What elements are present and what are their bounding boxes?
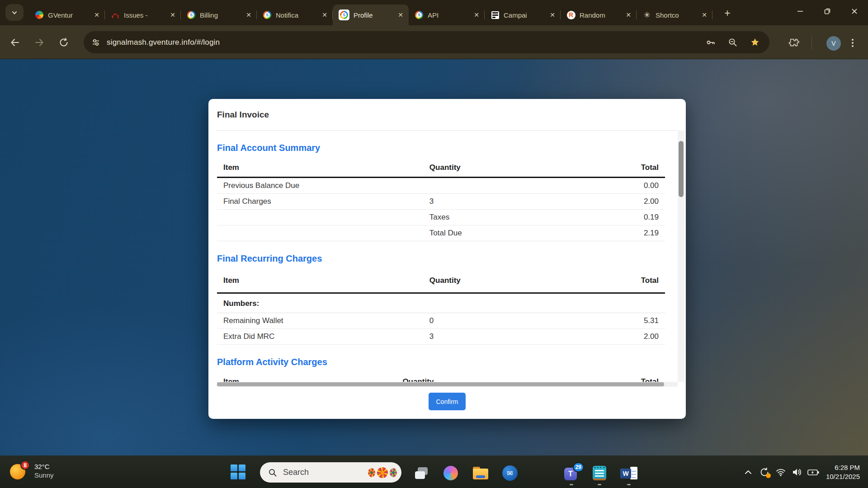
tray-overflow-button[interactable] <box>740 464 756 480</box>
sun-icon: 8 <box>10 461 29 480</box>
tab-billing[interactable]: S Billing ✕ <box>181 5 257 25</box>
tab-shortcut[interactable]: ✳ Shortco ✕ <box>637 5 712 25</box>
word-button[interactable]: W <box>618 464 640 482</box>
tab-random[interactable]: R Random ✕ <box>561 5 637 25</box>
signalmash-favicon-icon: S <box>263 10 272 19</box>
minimize-button[interactable] <box>787 0 814 23</box>
invoice-section: Platform Activity ChargesItemQuantityTot… <box>217 357 665 382</box>
tab-notifications[interactable]: S Notifica ✕ <box>257 5 333 25</box>
globe-favicon-icon <box>35 10 44 19</box>
tray-date: 10/21/2025 <box>826 472 860 481</box>
tab-label: GVentur <box>48 11 89 19</box>
site-settings-icon[interactable] <box>91 38 101 47</box>
address-bar-actions <box>705 37 760 48</box>
table-cell: 2.19 <box>589 225 665 241</box>
teams-button[interactable]: T 29 <box>561 464 582 482</box>
horizontal-scrollbar-thumb[interactable] <box>217 382 664 386</box>
running-indicator <box>598 484 601 485</box>
zoom-out-icon[interactable] <box>727 37 738 48</box>
table-cell: 2.00 <box>589 194 665 210</box>
forward-button[interactable] <box>34 37 45 48</box>
tab-label: API <box>428 11 469 19</box>
browser-menu-icon[interactable] <box>847 38 858 48</box>
search-icon <box>268 468 277 477</box>
invoice-scroll-area[interactable]: Final Account SummaryItemQuantityTotalPr… <box>217 131 670 382</box>
tab-close-icon[interactable]: ✕ <box>321 11 328 19</box>
wifi-button[interactable] <box>773 464 789 480</box>
tab-issues[interactable]: Issues - ✕ <box>105 5 181 25</box>
restore-icon <box>822 6 832 16</box>
toolbar-separator <box>811 35 812 50</box>
tab-label: Profile <box>354 11 393 19</box>
vertical-scrollbar-thumb[interactable] <box>679 141 684 197</box>
thunderbird-button[interactable]: ✉ <box>499 464 521 482</box>
table-cell: 0.00 <box>589 178 665 194</box>
r-circle-favicon-icon: R <box>566 10 576 19</box>
back-button[interactable] <box>9 37 20 48</box>
tab-close-icon[interactable]: ✕ <box>701 11 708 19</box>
volume-button[interactable] <box>789 464 805 480</box>
tab-close-icon[interactable]: ✕ <box>169 11 176 19</box>
notepad-button[interactable] <box>589 464 610 482</box>
reload-button[interactable] <box>58 37 69 48</box>
start-button[interactable] <box>231 465 246 480</box>
tab-list: GVentur ✕ Issues - ✕ S Billing ✕ S Notif… <box>29 5 712 25</box>
table-row: Final Charges32.00 <box>217 194 665 210</box>
tab-close-icon[interactable]: ✕ <box>397 11 404 19</box>
weather-temp: 32°C <box>34 462 54 471</box>
confirm-button[interactable]: Confirm <box>429 393 466 410</box>
column-header: Item <box>217 373 396 382</box>
screen: GVentur ✕ Issues - ✕ S Billing ✕ S Notif… <box>0 0 868 488</box>
table-cell <box>423 293 589 313</box>
table-cell: Numbers: <box>217 293 423 313</box>
extensions-puzzle-icon[interactable] <box>788 38 799 48</box>
copilot-button[interactable] <box>440 464 462 482</box>
profile-avatar[interactable]: V <box>826 36 841 51</box>
tab-label: Notifica <box>276 11 317 19</box>
address-bar[interactable]: signalmash.gventure.info/#/login <box>84 31 769 53</box>
tab-close-icon[interactable]: ✕ <box>93 11 100 19</box>
tray-clock[interactable]: 6:28 PM 10/21/2025 <box>826 463 860 481</box>
tab-close-icon[interactable]: ✕ <box>625 11 632 19</box>
battery-button[interactable] <box>805 464 821 480</box>
tab-gventure[interactable]: GVentur ✕ <box>29 5 105 25</box>
task-view-button[interactable] <box>410 464 432 482</box>
window-controls <box>787 0 868 23</box>
table-cell: 3 <box>423 329 589 345</box>
invoice-table: ItemQuantityTotalPrevious Balance Due0.0… <box>217 159 665 241</box>
tab-close-icon[interactable]: ✕ <box>549 11 556 19</box>
notepad-icon <box>593 466 606 480</box>
table-header-row: ItemQuantityTotal <box>217 270 665 293</box>
url-text: signalmash.gventure.info/#/login <box>107 38 220 47</box>
weather-condition: Sunny <box>34 471 54 479</box>
tab-profile-active[interactable]: S Profile ✕ <box>333 5 409 25</box>
table-cell: 5.31 <box>589 313 665 329</box>
column-header: Quantity <box>423 270 589 293</box>
column-header: Item <box>217 159 423 178</box>
tab-close-icon[interactable]: ✕ <box>473 11 480 19</box>
browser-toolbar: signalmash.gventure.info/#/login <box>0 25 868 59</box>
copilot-icon <box>443 466 458 480</box>
invoice-sections: Final Account SummaryItemQuantityTotalPr… <box>217 143 665 382</box>
tab-api[interactable]: S API ✕ <box>409 5 485 25</box>
vertical-scrollbar[interactable] <box>678 131 684 382</box>
restore-button[interactable] <box>814 0 841 23</box>
bookmark-star-icon[interactable] <box>750 37 760 48</box>
file-explorer-button[interactable] <box>470 464 491 482</box>
taskbar-search[interactable]: Search <box>260 462 401 483</box>
running-indicator <box>627 484 631 485</box>
password-key-icon[interactable] <box>705 37 716 48</box>
new-tab-button[interactable]: + <box>720 6 735 20</box>
table-cell <box>423 178 589 194</box>
tab-close-icon[interactable]: ✕ <box>245 11 252 19</box>
table-cell: 3 <box>423 194 589 210</box>
search-placeholder: Search <box>283 468 362 477</box>
tab-campaign[interactable]: Campai ✕ <box>485 5 561 25</box>
sync-status-button[interactable] <box>756 464 773 480</box>
tab-search-button[interactable] <box>5 4 24 21</box>
close-window-button[interactable] <box>841 0 868 23</box>
horizontal-scrollbar[interactable] <box>217 382 678 387</box>
thunderbird-icon: ✉ <box>502 465 518 481</box>
table-row: Numbers: <box>217 293 665 313</box>
weather-widget[interactable]: 8 32°C Sunny <box>10 461 54 480</box>
